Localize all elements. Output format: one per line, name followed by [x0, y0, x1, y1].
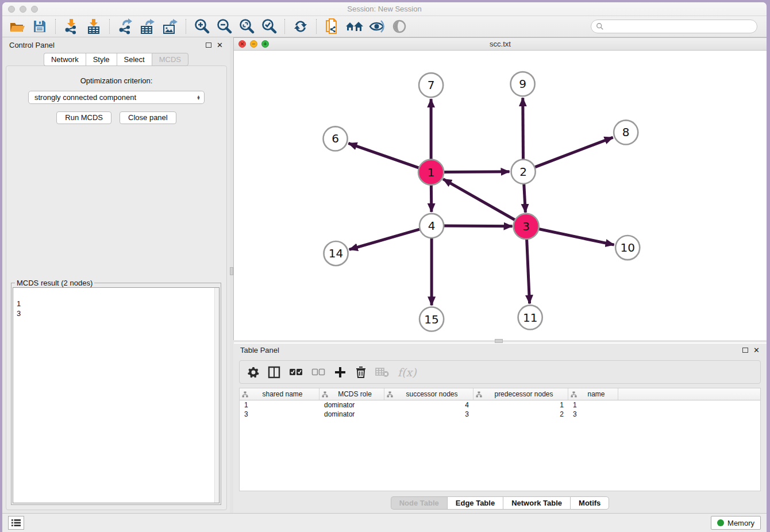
- network-canvas[interactable]: 7968124314101511: [234, 51, 767, 344]
- delete-button[interactable]: [355, 366, 367, 379]
- table-cell[interactable]: 3: [240, 410, 319, 418]
- main-toolbar: [2, 16, 767, 37]
- task-history-button[interactable]: [8, 516, 24, 530]
- run-mcds-button[interactable]: Run MCDS: [56, 111, 111, 124]
- clone-network-button[interactable]: [323, 18, 341, 35]
- graph-edge-3-1[interactable]: [443, 179, 515, 221]
- graph-edge-1-4[interactable]: [431, 184, 432, 212]
- column-header-name[interactable]: name: [568, 388, 618, 400]
- tab-network[interactable]: Network: [44, 53, 86, 66]
- table-row[interactable]: 3dominator323: [240, 410, 760, 419]
- tab-style[interactable]: Style: [86, 53, 117, 66]
- table-cell[interactable]: 1: [473, 401, 568, 409]
- column-sort-icon: [476, 391, 482, 398]
- close-panel-icon[interactable]: ✕: [753, 346, 760, 354]
- table-body[interactable]: 1dominator4113dominator323: [240, 400, 760, 491]
- network-maximize-button[interactable]: +: [261, 40, 269, 48]
- close-panel-icon[interactable]: ✕: [217, 41, 223, 49]
- search-field[interactable]: [591, 20, 757, 33]
- column-header-predecessor-nodes[interactable]: predecessor nodes: [473, 388, 568, 400]
- zoom-in-button[interactable]: [192, 18, 211, 35]
- table-cell[interactable]: 3: [384, 410, 473, 418]
- table-cell[interactable]: 3: [568, 410, 618, 418]
- zoom-fit-button[interactable]: [237, 18, 256, 35]
- refresh-layout-icon: [293, 19, 308, 34]
- refresh-layout-button[interactable]: [291, 18, 310, 35]
- float-panel-icon[interactable]: [206, 43, 211, 48]
- zoom-out-button[interactable]: [215, 18, 233, 35]
- gear-icon: [248, 367, 259, 378]
- graph-edge-1-6[interactable]: [348, 143, 419, 168]
- column-layout-button[interactable]: [268, 366, 280, 379]
- column-header-label: predecessor nodes: [482, 390, 565, 398]
- network-view-titlebar: ✕ − + scc.txt: [234, 38, 767, 51]
- delete-table-button[interactable]: [375, 367, 389, 377]
- float-panel-icon[interactable]: [742, 348, 748, 353]
- add-column-button[interactable]: [334, 366, 346, 379]
- zoom-selected-button[interactable]: [260, 18, 278, 35]
- control-panel: Control Panel ✕ Network Style Select MCD…: [2, 37, 230, 513]
- network-close-button[interactable]: ✕: [238, 40, 246, 48]
- horizontal-splitter[interactable]: [233, 340, 767, 342]
- table-cell[interactable]: 1: [568, 401, 618, 409]
- table-row[interactable]: 1dominator411: [240, 400, 760, 410]
- splitter-handle[interactable]: [495, 339, 503, 343]
- memory-button[interactable]: Memory: [711, 516, 761, 530]
- graph-node-label: 9: [519, 77, 526, 91]
- column-header-successor-nodes[interactable]: successor nodes: [384, 388, 473, 400]
- graph-edge-3-11[interactable]: [527, 238, 530, 303]
- import-table-icon: [87, 18, 101, 34]
- table-cell[interactable]: dominator: [319, 401, 384, 409]
- close-panel-button[interactable]: Close panel: [120, 111, 176, 124]
- desktop-background: Session: New Session: [0, 0, 770, 532]
- export-network-button[interactable]: [116, 18, 134, 35]
- tab-network-table[interactable]: Network Table: [503, 496, 570, 510]
- search-input[interactable]: [607, 22, 752, 30]
- save-session-button[interactable]: [30, 18, 49, 35]
- network-manager-button[interactable]: [345, 18, 364, 35]
- graph-node-label: 10: [620, 241, 635, 255]
- hide-panels-button[interactable]: [368, 18, 386, 35]
- select-all-button[interactable]: [289, 368, 303, 376]
- vertical-splitter[interactable]: [230, 37, 233, 513]
- export-table-button[interactable]: [138, 18, 157, 35]
- table-cell[interactable]: 4: [384, 401, 473, 409]
- graph-edge-1-2[interactable]: [443, 172, 509, 172]
- graph-edge-2-8[interactable]: [534, 137, 613, 167]
- graph-edge-4-3[interactable]: [444, 226, 512, 226]
- import-table-button[interactable]: [84, 18, 103, 35]
- network-canvas-area[interactable]: 7968124314101511: [234, 51, 767, 344]
- graph-edge-4-14[interactable]: [349, 229, 420, 250]
- tab-motifs[interactable]: Motifs: [570, 496, 609, 510]
- graph-edge-2-9[interactable]: [523, 98, 523, 159]
- open-file-button[interactable]: [8, 18, 26, 35]
- tab-edge-table[interactable]: Edge Table: [447, 496, 503, 510]
- column-header-MCDS-role[interactable]: MCDS role: [319, 388, 384, 400]
- table-cell[interactable]: 2: [473, 410, 568, 418]
- table-cell[interactable]: dominator: [319, 410, 384, 418]
- tab-node-table[interactable]: Node Table: [391, 496, 447, 510]
- import-network-button[interactable]: [62, 18, 80, 35]
- tab-mcds[interactable]: MCDS: [152, 53, 188, 66]
- gear-button[interactable]: [248, 367, 259, 378]
- mcds-result-text[interactable]: 1 3: [13, 287, 220, 503]
- network-minimize-button[interactable]: −: [250, 40, 257, 48]
- result-scrollbar[interactable]: [214, 288, 219, 503]
- zoom-selected-icon: [261, 18, 277, 34]
- splitter-handle[interactable]: [230, 267, 233, 275]
- tab-select[interactable]: Select: [117, 53, 152, 66]
- zoom-in-icon: [194, 18, 210, 34]
- table-cell[interactable]: 1: [240, 401, 319, 409]
- memory-label: Memory: [727, 519, 754, 527]
- status-bar: Memory: [2, 513, 767, 532]
- graph-edge-3-10[interactable]: [538, 229, 614, 245]
- graph-edge-2-3[interactable]: [524, 184, 526, 213]
- column-header-shared-name[interactable]: shared name: [240, 388, 319, 400]
- export-image-button[interactable]: [161, 18, 179, 35]
- criterion-dropdown[interactable]: strongly connected component ▲▼: [28, 91, 205, 104]
- preview-button[interactable]: [390, 18, 409, 35]
- column-sort-icon: [387, 391, 393, 398]
- delete-table-icon: [375, 367, 389, 377]
- deselect-all-button[interactable]: [311, 368, 325, 376]
- function-builder-button[interactable]: f(x): [398, 366, 417, 379]
